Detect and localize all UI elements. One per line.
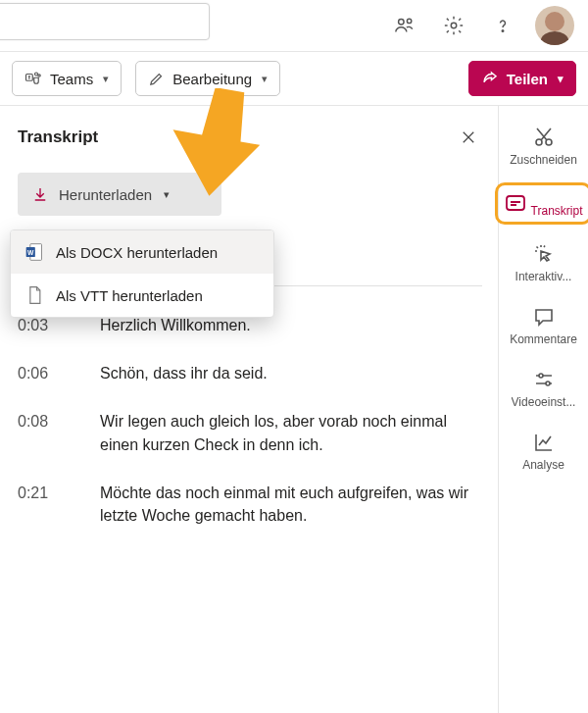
download-vtt-item[interactable]: Als VTT herunterladen <box>11 274 273 317</box>
svg-text:W: W <box>27 249 34 256</box>
comment-icon <box>532 305 556 329</box>
rail-label: Kommentare <box>510 332 577 346</box>
close-icon <box>460 128 477 146</box>
rail-comments[interactable]: Kommentare <box>499 297 588 360</box>
transcript-row[interactable]: 0:21 Möchte das noch einmal mit euch auf… <box>18 482 488 527</box>
download-button[interactable]: Herunterladen ▾ <box>18 173 221 216</box>
transcript-panel: Transkript Herunterladen ▾ W Als DOCX he… <box>0 106 498 713</box>
svg-point-5 <box>35 73 38 76</box>
teams-button[interactable]: Teams ▾ <box>12 61 122 96</box>
transcript-text: Möchte das noch einmal mit euch aufgreif… <box>100 482 482 527</box>
help-icon[interactable] <box>484 7 521 44</box>
menu-item-label: Als DOCX herunterladen <box>56 244 218 261</box>
rail-label: Transkript <box>531 204 583 218</box>
svg-point-1 <box>407 19 411 23</box>
rail-transcript[interactable]: Transkript <box>499 180 588 234</box>
pencil-icon <box>148 71 165 87</box>
share-icon <box>481 70 499 87</box>
transcript-text: Wir legen auch gleich los, aber vorab no… <box>100 410 482 455</box>
chevron-down-icon: ▾ <box>558 73 564 85</box>
teams-icon <box>24 70 42 87</box>
chevron-down-icon: ▾ <box>103 73 109 85</box>
rail-label: Videoeinst... <box>512 395 576 409</box>
rail-cut[interactable]: Zuschneiden <box>499 118 588 180</box>
timestamp: 0:08 <box>18 410 73 455</box>
transcript-row[interactable]: 0:06 Schön, dass ihr da seid. <box>18 362 488 384</box>
svg-point-3 <box>502 30 504 31</box>
close-button[interactable] <box>455 124 482 151</box>
transcript-row[interactable]: 0:08 Wir legen auch gleich los, aber vor… <box>18 410 488 455</box>
side-rail: Zuschneiden Transkript Interaktiv... Kom… <box>498 106 588 713</box>
rail-label: Analyse <box>522 458 564 472</box>
file-icon <box>24 285 44 305</box>
chevron-down-icon: ▾ <box>262 73 268 85</box>
transcript-icon <box>504 191 527 215</box>
rail-analytics[interactable]: Analyse <box>499 423 588 485</box>
timestamp: 0:21 <box>18 482 73 527</box>
avatar[interactable] <box>535 6 574 45</box>
rail-label: Interaktiv... <box>515 270 572 283</box>
action-bar: Teams ▾ Bearbeitung ▾ Teilen ▾ <box>0 51 588 106</box>
svg-point-0 <box>399 20 405 25</box>
people-icon[interactable] <box>386 7 423 44</box>
transcript-rows: 0:03 Herzlich Willkommen. 0:06 Schön, da… <box>18 314 488 527</box>
svg-point-14 <box>546 382 550 385</box>
panel-title: Transkript <box>18 127 98 147</box>
share-button[interactable]: Teilen ▾ <box>468 61 576 96</box>
scissors-icon <box>532 126 556 149</box>
svg-point-2 <box>451 23 457 28</box>
menu-item-label: Als VTT herunterladen <box>56 287 203 304</box>
top-bar <box>0 0 588 51</box>
chevron-down-icon: ▾ <box>164 188 170 201</box>
share-label: Teilen <box>507 71 548 87</box>
search-input[interactable] <box>0 3 210 40</box>
svg-rect-12 <box>507 196 524 210</box>
rail-label: Zuschneiden <box>510 153 577 167</box>
rail-interactive[interactable]: Interaktiv... <box>499 234 588 297</box>
edit-label: Bearbeitung <box>172 71 252 87</box>
chart-icon <box>532 431 556 454</box>
download-docx-item[interactable]: W Als DOCX herunterladen <box>11 230 273 274</box>
cursor-click-icon <box>532 242 556 266</box>
teams-label: Teams <box>50 71 93 87</box>
download-menu: W Als DOCX herunterladen Als VTT herunte… <box>10 229 274 318</box>
word-doc-icon: W <box>24 242 44 262</box>
transcript-text: Schön, dass ihr da seid. <box>100 362 482 384</box>
svg-point-13 <box>539 374 543 378</box>
download-icon <box>31 185 49 203</box>
edit-button[interactable]: Bearbeitung ▾ <box>135 61 280 96</box>
rail-videosettings[interactable]: Videoeinst... <box>499 360 588 423</box>
timestamp: 0:06 <box>18 362 73 384</box>
settings-icon[interactable] <box>435 7 472 44</box>
sliders-icon <box>532 368 556 391</box>
svg-point-6 <box>38 75 40 76</box>
download-label: Herunterladen <box>59 186 152 203</box>
